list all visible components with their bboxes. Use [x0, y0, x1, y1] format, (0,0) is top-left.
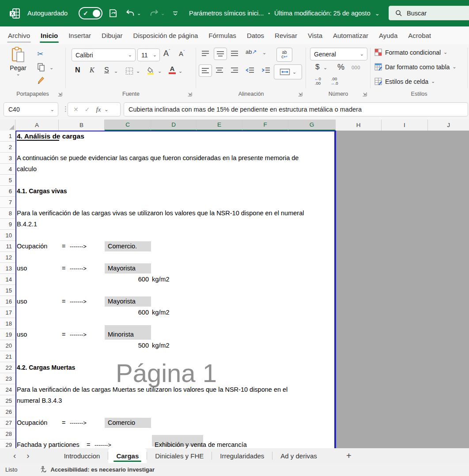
- row-number[interactable]: 7: [0, 197, 15, 208]
- formula-input[interactable]: Cubierta inclinada con mas de 15% de pen…: [124, 102, 468, 116]
- tab-inicio[interactable]: Inicio: [35, 26, 63, 44]
- row-number[interactable]: 3: [0, 153, 15, 164]
- cell-a11[interactable]: Ocupación: [17, 241, 47, 252]
- row-number[interactable]: 17: [0, 307, 15, 318]
- align-left-button[interactable]: [199, 64, 212, 77]
- sheet-tab-cargas[interactable]: Cargas: [108, 448, 147, 463]
- cell-c11[interactable]: Comercio.: [108, 241, 137, 252]
- increase-indent-button[interactable]: [261, 67, 270, 73]
- format-painter-button[interactable]: [37, 76, 46, 85]
- document-title[interactable]: Parámetros símicos inici... • Última mod…: [189, 0, 380, 26]
- row-number[interactable]: 10: [0, 230, 15, 241]
- accounting-format-button[interactable]: $: [315, 63, 319, 71]
- accounting-dropdown[interactable]: ⌄: [323, 65, 327, 70]
- tab-dibujar[interactable]: Dibujar: [96, 26, 128, 44]
- cell-a22[interactable]: 4.2. Cargas Muertas: [17, 362, 75, 373]
- row-number[interactable]: 18: [0, 318, 15, 329]
- format-as-table-button[interactable]: Dar formato como tabla ⌄: [374, 63, 457, 71]
- tab-acrobat[interactable]: Acrobat: [403, 26, 436, 44]
- fill-color-dropdown[interactable]: ⌄: [158, 69, 162, 74]
- cell-c13[interactable]: Mayorista: [108, 263, 136, 274]
- row-number[interactable]: 8: [0, 208, 15, 219]
- cell-b16-arrow[interactable]: ------->: [70, 296, 87, 307]
- autosave-toggle[interactable]: ✓: [79, 0, 102, 26]
- borders-button[interactable]: [125, 67, 133, 75]
- column-header-j[interactable]: J: [428, 120, 469, 131]
- wrap-text-button[interactable]: ab c↩: [276, 48, 292, 62]
- row-number[interactable]: 20: [0, 340, 15, 351]
- cell-a3[interactable]: A continuación se puede evidenciar las c…: [17, 153, 299, 164]
- cell-a8[interactable]: Para la verificación de las cargas vivas…: [17, 208, 304, 219]
- align-bottom-button[interactable]: [231, 50, 238, 56]
- cell-a27[interactable]: Ocupación: [17, 417, 47, 428]
- cell-c16[interactable]: Mayorista: [108, 296, 136, 307]
- row-number[interactable]: 12: [0, 252, 15, 263]
- cell-b29-arrow[interactable]: ------->: [95, 439, 111, 448]
- number-format-select[interactable]: General ⌄: [310, 48, 367, 60]
- row-number[interactable]: 28: [0, 428, 15, 439]
- cancel-icon[interactable]: ✕: [73, 106, 79, 113]
- row-number[interactable]: 5: [0, 175, 15, 186]
- row-number[interactable]: 29: [0, 439, 15, 448]
- sheet-tab-introduccion[interactable]: Introduccion: [56, 448, 108, 463]
- insert-function-icon[interactable]: fx: [96, 106, 101, 113]
- paste-button[interactable]: Pegar ⌄: [6, 47, 30, 89]
- save-button[interactable]: [108, 0, 118, 26]
- column-header-d[interactable]: D: [151, 120, 197, 131]
- accessibility-status[interactable]: Accesibilidad: es necesario investigar: [50, 466, 155, 473]
- row-number[interactable]: 25: [0, 395, 15, 406]
- tab-vista[interactable]: Vista: [303, 26, 328, 44]
- cell-b13-eq[interactable]: =: [62, 263, 65, 274]
- align-middle-button[interactable]: [214, 48, 227, 60]
- font-color-button[interactable]: A: [169, 65, 176, 74]
- tab-disposicion[interactable]: Disposición de página: [128, 26, 204, 44]
- cell-b11-eq[interactable]: =: [62, 241, 65, 252]
- cell-a9[interactable]: B.4.2.1: [17, 219, 37, 230]
- column-header-a[interactable]: A: [15, 120, 59, 131]
- quick-access-more-button[interactable]: [172, 0, 178, 26]
- column-header-g[interactable]: G: [288, 120, 336, 131]
- fill-color-button[interactable]: [147, 66, 155, 75]
- search-input[interactable]: Buscar: [389, 6, 469, 20]
- cell-d14[interactable]: kg/m2: [152, 274, 170, 285]
- font-name-select[interactable]: Calibri ⌄: [72, 49, 136, 61]
- decrease-decimal-button[interactable]: .00 →.0: [330, 77, 338, 86]
- row-number[interactable]: 2: [0, 142, 15, 153]
- number-dialog-launcher[interactable]: [362, 92, 367, 97]
- cell-c17[interactable]: 600: [119, 307, 149, 318]
- cell-b19-arrow[interactable]: ------->: [70, 329, 87, 340]
- align-top-button[interactable]: [201, 50, 209, 56]
- column-header-e[interactable]: E: [197, 120, 242, 131]
- clipboard-dialog-launcher[interactable]: [57, 92, 62, 97]
- orientation-dropdown[interactable]: ⌄: [262, 50, 266, 55]
- redo-button[interactable]: ⌄: [149, 0, 165, 26]
- cell-b13-arrow[interactable]: ------->: [70, 263, 87, 274]
- cell-a16[interactable]: uso: [17, 296, 27, 307]
- font-size-select[interactable]: 11 ⌄: [137, 49, 160, 61]
- cell-b16-eq[interactable]: =: [62, 296, 65, 307]
- column-header-b[interactable]: B: [59, 120, 105, 131]
- row-number[interactable]: 9: [0, 219, 15, 230]
- cell-c20[interactable]: 500: [119, 340, 149, 351]
- borders-dropdown[interactable]: ⌄: [136, 69, 140, 74]
- row-number[interactable]: 26: [0, 406, 15, 417]
- row-number[interactable]: 22: [0, 362, 15, 373]
- alignment-dialog-launcher[interactable]: [298, 92, 303, 97]
- orientation-button[interactable]: ab↗: [246, 49, 257, 55]
- column-header-f[interactable]: F: [242, 120, 288, 131]
- tab-formulas[interactable]: Fórmulas: [203, 26, 242, 44]
- underline-button[interactable]: S: [104, 66, 109, 74]
- tab-insertar[interactable]: Insertar: [63, 26, 96, 44]
- row-number[interactable]: 14: [0, 274, 15, 285]
- enter-check-icon[interactable]: ✓: [85, 106, 90, 113]
- row-number[interactable]: 4: [0, 164, 15, 175]
- decrease-indent-button[interactable]: [246, 67, 254, 73]
- cell-d20[interactable]: kg/m2: [152, 340, 170, 351]
- cell-b19-eq[interactable]: =: [62, 329, 65, 340]
- undo-button[interactable]: ⌄: [125, 0, 141, 26]
- comma-style-button[interactable]: 000: [352, 65, 360, 70]
- conditional-formatting-button[interactable]: Formato condicional ⌄: [374, 49, 447, 56]
- row-number[interactable]: 23: [0, 373, 15, 384]
- cell-a19[interactable]: uso: [17, 329, 27, 340]
- row-number[interactable]: 11: [0, 241, 15, 252]
